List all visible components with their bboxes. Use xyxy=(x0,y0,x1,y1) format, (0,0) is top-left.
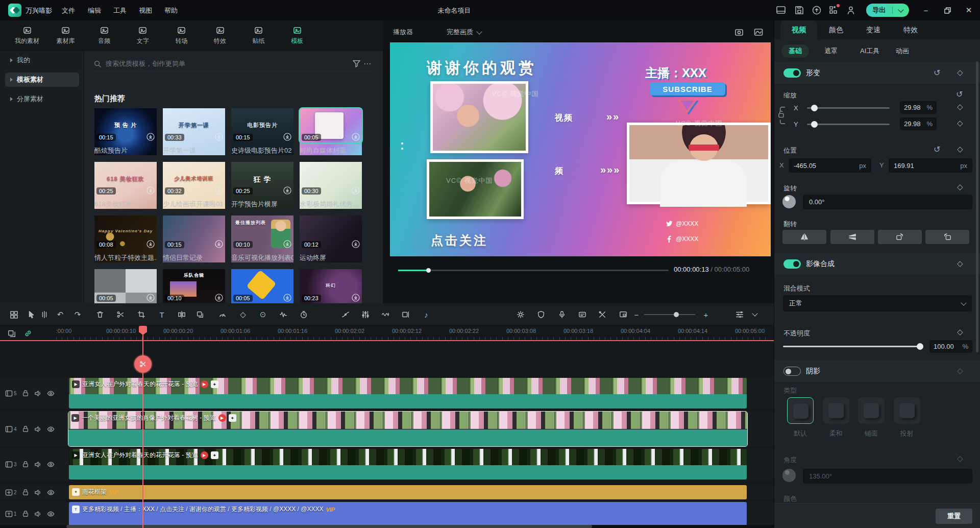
scale-reset-icon[interactable]: ↺ xyxy=(956,89,963,99)
template-thumbnail[interactable]: Happy Valentine's Day 00:08 xyxy=(94,215,157,250)
download-icon[interactable] xyxy=(352,186,360,195)
video-canvas[interactable]: 谢谢你的观赏 视频 »» 频 »»» 主播：XXX SUBSCRIBE 点击关注… xyxy=(390,42,771,256)
template-card[interactable]: 少儿美术培训班 00:32 少儿绘画班开课啦01 xyxy=(163,162,225,209)
menu-view[interactable]: 视图 xyxy=(139,6,152,15)
layout-icon[interactable] xyxy=(776,5,786,15)
upload-cloud-icon[interactable] xyxy=(812,5,822,15)
media-tab[interactable]: 文字 xyxy=(124,23,162,50)
scopes-icon[interactable] xyxy=(753,27,764,37)
mute-speaker-icon[interactable] xyxy=(34,425,42,433)
more-options-icon[interactable]: ⋯ xyxy=(361,59,374,68)
template-thumbnail[interactable]: 00:05 xyxy=(300,108,362,143)
copy-icon[interactable] xyxy=(194,309,206,320)
template-thumbnail[interactable]: 乐队合辑 00:10 xyxy=(163,269,225,304)
link-xy-icon[interactable] xyxy=(778,105,788,126)
template-card[interactable]: Happy Valentine's Day 00:08 情人节粒子特效主题... xyxy=(94,215,157,262)
template-thumbnail[interactable]: 狂 学 00:25 xyxy=(231,162,293,197)
blend-mode-dropdown[interactable]: 正常 xyxy=(783,295,972,311)
template-card[interactable]: 00:30 水彩极简婚礼优秀... xyxy=(300,162,362,209)
properties-tab[interactable]: 颜色 xyxy=(818,20,854,40)
template-thumbnail[interactable]: 00:15 xyxy=(163,215,225,250)
properties-tab[interactable]: 视频 xyxy=(780,20,817,40)
media-tab[interactable]: 转场 xyxy=(162,23,200,50)
shadow-type-option[interactable] xyxy=(858,397,885,424)
video-clip-track4-selected[interactable]: ▶一个美丽的亚洲女孩的肖像户外对着春花树 - 预览▶✦ xyxy=(68,411,748,447)
menu-edit[interactable]: 编辑 xyxy=(88,6,101,15)
zoom-in-icon[interactable]: + xyxy=(700,309,712,320)
text-tool-icon[interactable]: T xyxy=(156,309,167,320)
shadow-type-option[interactable] xyxy=(787,397,814,424)
hide-eye-icon[interactable] xyxy=(47,461,55,468)
mute-speaker-icon[interactable] xyxy=(34,390,42,397)
shadow-type-option[interactable] xyxy=(823,397,849,424)
media-tab[interactable]: 模板 xyxy=(278,23,316,50)
mute-speaker-icon[interactable] xyxy=(34,489,42,496)
template-card[interactable]: 00:15 情侣日常记录 xyxy=(163,215,225,262)
download-icon[interactable] xyxy=(215,294,223,302)
mixer-icon[interactable] xyxy=(360,309,371,320)
video-clip-track3[interactable]: ▶亚洲女人在户外对着春天的花开花落 - 预览▶✦ xyxy=(69,449,747,479)
flip-vertical-button[interactable] xyxy=(830,230,874,244)
effect-clip-track2[interactable]: ✦雨花框架VIP xyxy=(69,485,747,499)
motion-track-icon[interactable]: ⊙ xyxy=(257,309,268,320)
download-icon[interactable] xyxy=(146,186,155,195)
template-thumbnail[interactable]: 开学第一课 00:33 xyxy=(163,108,225,143)
lock-icon[interactable] xyxy=(22,461,29,468)
scale-y-value[interactable]: 29.98% xyxy=(900,117,937,130)
snapshot-frame-icon[interactable] xyxy=(734,27,744,37)
download-icon[interactable] xyxy=(352,240,360,248)
keyframe-curve-icon[interactable] xyxy=(340,309,351,320)
rotate-keyframe-icon[interactable]: ◇ xyxy=(957,182,963,191)
properties-subtab[interactable]: 动画 xyxy=(889,44,916,58)
hide-eye-icon[interactable] xyxy=(47,489,55,496)
lock-icon[interactable] xyxy=(22,425,29,433)
redo-icon[interactable]: ↷ xyxy=(72,309,83,320)
timeline-zoom-slider[interactable] xyxy=(644,314,695,315)
crop-icon[interactable] xyxy=(136,309,147,320)
save-icon[interactable] xyxy=(794,5,804,15)
template-thumbnail[interactable]: 少儿美术培训班 00:32 xyxy=(163,162,225,197)
media-tab[interactable]: 素材库 xyxy=(47,23,85,50)
media-tab[interactable]: 我的素材 xyxy=(8,23,46,50)
timer-icon[interactable] xyxy=(298,309,309,320)
playhead-scissors-icon[interactable] xyxy=(134,355,152,373)
delete-icon[interactable] xyxy=(94,309,106,320)
position-x-value[interactable]: -465.05px xyxy=(789,158,871,173)
export-button[interactable]: 导出 xyxy=(866,4,909,17)
transform-reset-icon[interactable]: ↺ xyxy=(934,68,940,78)
properties-tab[interactable]: 变速 xyxy=(855,20,892,40)
scale-x-value[interactable]: 29.98% xyxy=(900,101,937,114)
hide-eye-icon[interactable] xyxy=(47,390,55,397)
media-manage-icon[interactable] xyxy=(8,309,19,320)
menu-help[interactable]: 帮助 xyxy=(164,6,178,15)
text-clip-track1[interactable]: T更多精彩视频 / 主播：XXX / 点击关注 / 谢谢你的观赏 / 更多精彩视… xyxy=(69,502,747,525)
properties-scrollbar[interactable] xyxy=(976,61,978,352)
playhead-handle[interactable] xyxy=(139,326,147,332)
download-icon[interactable] xyxy=(146,294,155,302)
template-thumbnail[interactable]: 预 告 片 00:15 xyxy=(94,108,157,143)
shadow-type-option[interactable] xyxy=(894,397,920,424)
hide-eye-icon[interactable] xyxy=(47,510,55,518)
hide-eye-icon[interactable] xyxy=(47,425,55,433)
template-thumbnail[interactable]: 00:05 xyxy=(94,269,157,304)
clip-marker-icon[interactable] xyxy=(400,309,411,320)
template-card[interactable]: 狂 学 00:25 开学预告片横屏 xyxy=(231,162,293,209)
playback-progress-bar[interactable] xyxy=(398,270,669,271)
rotate-ccw-button[interactable] xyxy=(925,230,969,244)
media-tab[interactable]: 音频 xyxy=(85,23,123,50)
scale-y-slider[interactable] xyxy=(807,124,890,125)
template-thumbnail[interactable]: 最佳播放列表 00:10 xyxy=(231,215,293,250)
lock-icon[interactable] xyxy=(22,489,29,496)
record-mic-icon[interactable] xyxy=(556,309,568,320)
template-card[interactable]: 00:12 运动终屏 xyxy=(300,215,362,262)
filter-funnel-icon[interactable] xyxy=(352,59,361,68)
mask-shield-icon[interactable] xyxy=(535,309,547,320)
speed-icon[interactable] xyxy=(217,309,228,320)
razor-icon[interactable] xyxy=(39,309,50,320)
compositing-keyframe-icon[interactable]: ◇ xyxy=(957,259,963,268)
opacity-keyframe-icon[interactable]: ◇ xyxy=(957,327,963,337)
timeline-ruler[interactable]: :00:0000:00:00:1000:00:00:2000:00:01:060… xyxy=(56,326,774,341)
download-icon[interactable] xyxy=(283,240,291,248)
pip-icon[interactable] xyxy=(618,309,629,320)
subtitle-icon[interactable] xyxy=(577,309,588,320)
